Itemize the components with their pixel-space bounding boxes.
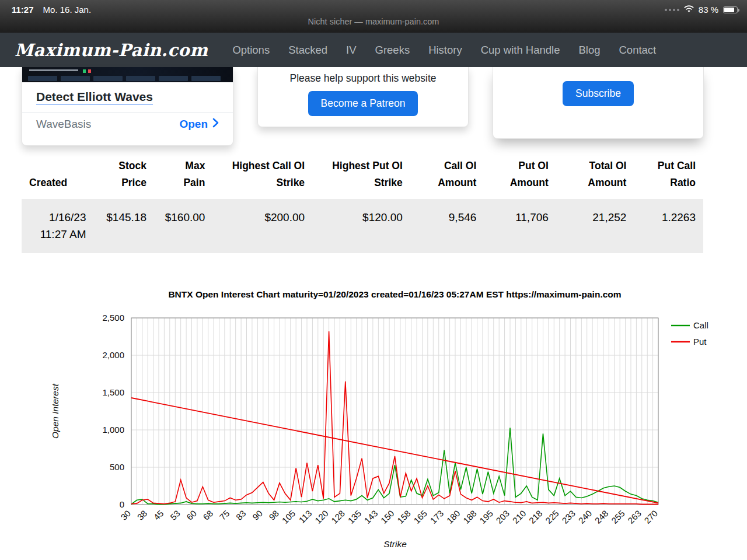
ios-top-chrome: 11:27 Mo. 16. Jan. 83 % Nicht sicher — m… (0, 0, 747, 33)
table-header-row: Created StockPrice MaxPain Highest Call … (22, 154, 703, 199)
become-patreon-button[interactable]: Become a Patreon (308, 91, 418, 116)
patreon-card: Please help support this website Become … (257, 67, 469, 127)
site-logo[interactable]: Maximum-Pain.com (15, 40, 208, 60)
svg-text:135: 135 (346, 508, 364, 526)
cell-put-oi-amount: 11,706 (484, 199, 556, 253)
cellular-signal-icon (665, 9, 679, 11)
battery-icon (723, 6, 738, 13)
svg-text:165: 165 (411, 508, 429, 526)
svg-text:83: 83 (234, 508, 248, 522)
table-row: 1/16/2311:27 AM $145.18 $160.00 $200.00 … (22, 199, 703, 253)
cell-max-pain: $160.00 (154, 199, 212, 253)
svg-text:263: 263 (626, 508, 643, 526)
col-header-put-call-ratio: Put CallRatio (634, 154, 703, 199)
elliott-waves-title-link[interactable]: Detect Elliott Waves (36, 90, 153, 103)
nav-item-contact[interactable]: Contact (609, 44, 665, 57)
col-header-call-oi-amount: Call OIAmount (410, 154, 484, 199)
svg-text:Strike: Strike (383, 539, 407, 549)
svg-text:60: 60 (184, 508, 198, 522)
svg-text:68: 68 (201, 508, 215, 522)
col-header-highest-put-oi-strike: Highest Put OIStrike (312, 154, 410, 199)
cell-created: 1/16/2311:27 AM (22, 199, 94, 253)
svg-text:75: 75 (218, 508, 232, 522)
cell-total-oi-amount: 21,252 (556, 199, 634, 253)
svg-text:218: 218 (527, 508, 544, 526)
svg-text:248: 248 (593, 508, 610, 526)
svg-text:128: 128 (329, 508, 347, 526)
cell-call-oi-amount: 9,546 (410, 199, 484, 253)
col-header-stock-price: StockPrice (94, 154, 154, 199)
col-header-total-oi-amount: Total OIAmount (556, 154, 634, 199)
status-bar: 11:27 Mo. 16. Jan. 83 % (0, 0, 747, 18)
svg-text:2,000: 2,000 (102, 350, 124, 360)
col-header-highest-call-oi-strike: Highest Call OIStrike (212, 154, 312, 199)
patreon-message: Please help support this website (258, 72, 468, 85)
svg-text:38: 38 (135, 508, 149, 522)
svg-text:0: 0 (120, 499, 124, 509)
cell-highest-call-oi-strike: $200.00 (212, 199, 312, 253)
svg-text:143: 143 (362, 508, 380, 526)
nav-item-blog[interactable]: Blog (569, 44, 609, 57)
nav-item-greeks[interactable]: Greeks (366, 44, 420, 57)
svg-text:113: 113 (297, 508, 314, 525)
open-link[interactable]: Open (179, 118, 219, 131)
nav-item-history[interactable]: History (419, 44, 472, 57)
svg-text:98: 98 (267, 508, 281, 522)
svg-text:173: 173 (428, 508, 446, 526)
svg-text:105: 105 (280, 508, 298, 526)
nav-item-options[interactable]: Options (223, 44, 279, 57)
cell-stock-price: $145.18 (94, 199, 154, 253)
nav-item-iv[interactable]: IV (337, 44, 365, 57)
main-nav: Maximum-Pain.com Options Stacked IV Gree… (0, 33, 747, 67)
svg-text:Call: Call (693, 320, 708, 330)
svg-text:158: 158 (395, 508, 413, 526)
svg-text:2,500: 2,500 (102, 313, 124, 323)
status-date: Mo. 16. Jan. (43, 5, 92, 15)
subscribe-button[interactable]: Subscribe (563, 81, 634, 106)
nav-item-stacked[interactable]: Stacked (279, 44, 337, 57)
open-interest-chart: 05001,0001,5002,0002,5003038455360687583… (0, 303, 747, 560)
svg-text:Open Interest: Open Interest (50, 383, 60, 439)
svg-text:30: 30 (118, 508, 132, 522)
svg-text:203: 203 (494, 508, 511, 526)
svg-text:500: 500 (110, 462, 124, 472)
cell-highest-put-oi-strike: $120.00 (312, 199, 410, 253)
wavebasis-thumbnail[interactable] (22, 67, 233, 82)
status-time: 11:27 (12, 5, 34, 15)
svg-text:270: 270 (642, 508, 659, 526)
battery-percent: 83 % (699, 5, 718, 15)
chart-title: BNTX Open Interest Chart maturity=01/20/… (131, 289, 658, 300)
svg-text:225: 225 (543, 508, 561, 526)
svg-text:233: 233 (560, 508, 577, 526)
svg-text:120: 120 (313, 508, 330, 526)
open-link-label: Open (179, 118, 208, 131)
svg-text:180: 180 (445, 508, 462, 526)
elliott-waves-card: Detect Elliott Waves WaveBasis Open (22, 67, 233, 146)
open-interest-chart-section: BNTX Open Interest Chart maturity=01/20/… (0, 289, 747, 560)
svg-text:240: 240 (577, 508, 594, 526)
svg-text:1,500: 1,500 (102, 387, 124, 397)
svg-text:150: 150 (379, 508, 396, 526)
col-header-created: Created (22, 154, 94, 199)
svg-text:Put: Put (693, 337, 707, 346)
chevron-right-icon (212, 118, 219, 131)
nav-item-cup-with-handle[interactable]: Cup with Handle (472, 44, 570, 57)
svg-text:195: 195 (477, 508, 495, 526)
subscribe-card: Subscribe (493, 67, 704, 139)
svg-text:53: 53 (168, 508, 182, 522)
svg-text:1,000: 1,000 (102, 425, 124, 435)
cell-put-call-ratio: 1.2263 (634, 199, 703, 253)
svg-text:188: 188 (461, 508, 479, 526)
safari-url-bar[interactable]: Nicht sicher — maximum-pain.com (0, 17, 747, 26)
col-header-max-pain: MaxPain (154, 154, 212, 199)
svg-text:255: 255 (609, 508, 627, 526)
max-pain-summary-table: Created StockPrice MaxPain Highest Call … (22, 154, 703, 253)
svg-text:90: 90 (250, 508, 264, 522)
wavebasis-label: WaveBasis (36, 118, 91, 131)
svg-text:210: 210 (511, 508, 528, 526)
wifi-icon (684, 5, 694, 15)
col-header-put-oi-amount: Put OIAmount (484, 154, 556, 199)
svg-text:45: 45 (152, 508, 166, 522)
promo-cards-row: Detect Elliott Waves WaveBasis Open Plea… (0, 67, 747, 146)
